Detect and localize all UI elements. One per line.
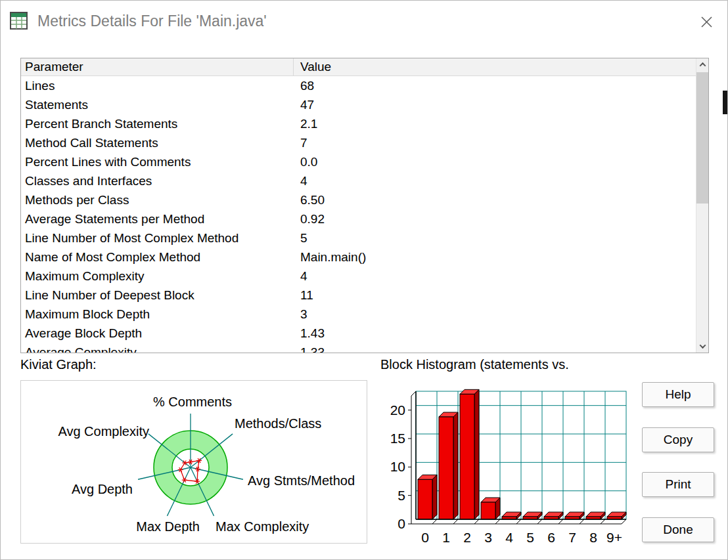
metrics-details-dialog: Metrics Details For File 'Main.java' Par…: [0, 0, 728, 560]
table-row[interactable]: Average Statements per Method0.92: [21, 209, 696, 228]
column-header-parameter[interactable]: Parameter: [21, 58, 294, 75]
svg-text:3: 3: [484, 530, 492, 544]
svg-text:9+: 9+: [606, 530, 622, 544]
row-parameter: Line Number of Most Complex Method: [21, 231, 294, 246]
row-value: 68: [294, 79, 696, 93]
row-value: 4: [294, 269, 696, 284]
svg-text:10: 10: [390, 459, 405, 474]
table-row[interactable]: Name of Most Complex MethodMain.main(): [21, 248, 696, 267]
row-parameter: Average Complexity: [21, 345, 294, 353]
row-value: 4: [294, 174, 696, 188]
table-row[interactable]: Percent Branch Statements2.1: [21, 114, 696, 133]
svg-text:% Comments: % Comments: [153, 395, 232, 409]
row-value: 1.33: [294, 345, 696, 353]
close-button[interactable]: [692, 9, 721, 35]
svg-text:Methods/Class: Methods/Class: [235, 416, 321, 431]
svg-text:8: 8: [589, 530, 597, 544]
table-row[interactable]: Statements47: [21, 95, 696, 114]
row-value: 6.50: [294, 193, 696, 207]
row-parameter: Maximum Complexity: [21, 269, 294, 284]
app-icon: [10, 12, 28, 30]
table-row[interactable]: Percent Lines with Comments0.0: [21, 152, 696, 171]
svg-text:1: 1: [442, 530, 450, 544]
close-icon: [701, 16, 712, 28]
row-value: 7: [294, 136, 696, 150]
scrollbar-thumb[interactable]: [696, 72, 709, 204]
copy-button[interactable]: Copy: [642, 427, 714, 452]
table-body: Lines68Statements47Percent Branch Statem…: [21, 76, 696, 353]
table-row[interactable]: Maximum Complexity4: [21, 267, 696, 286]
column-header-value[interactable]: Value: [294, 58, 708, 75]
row-parameter: Percent Branch Statements: [21, 117, 294, 131]
row-value: 2.1: [294, 117, 696, 131]
svg-text:Max Depth: Max Depth: [136, 519, 200, 534]
block-histogram-label: Block Histogram (statements vs.: [380, 357, 569, 372]
screen-edge-artifact: [723, 91, 728, 114]
svg-text:Max Complexity: Max Complexity: [216, 519, 309, 534]
table-row[interactable]: Lines68: [21, 76, 696, 95]
row-parameter: Classes and Interfaces: [21, 174, 294, 188]
vertical-scrollbar[interactable]: [696, 58, 708, 353]
metrics-table: Parameter Value Lines68Statements47Perce…: [20, 58, 709, 353]
kiviat-graph-panel: % CommentsMethods/ClassAvg Stmts/MethodM…: [20, 380, 367, 544]
row-value: 3: [294, 307, 696, 322]
row-value: 47: [294, 98, 696, 112]
row-parameter: Lines: [21, 79, 294, 93]
title-bar: Metrics Details For File 'Main.java': [1, 1, 727, 41]
histogram-chart: 051015200123456789+: [380, 380, 629, 544]
svg-text:7: 7: [568, 530, 576, 544]
row-parameter: Maximum Block Depth: [21, 307, 294, 322]
row-parameter: Name of Most Complex Method: [21, 250, 294, 265]
row-value: Main.main(): [294, 250, 696, 265]
svg-text:2: 2: [463, 530, 471, 544]
table-row[interactable]: Methods per Class6.50: [21, 190, 696, 209]
table-row[interactable]: Average Complexity1.33: [21, 343, 696, 353]
table-row[interactable]: Maximum Block Depth3: [21, 305, 696, 324]
done-button[interactable]: Done: [642, 517, 714, 542]
table-row[interactable]: Classes and Interfaces4: [21, 171, 696, 190]
row-parameter: Average Block Depth: [21, 326, 294, 341]
row-parameter: Methods per Class: [21, 193, 294, 207]
svg-text:0: 0: [421, 530, 429, 544]
table-row[interactable]: Line Number of Most Complex Method5: [21, 228, 696, 248]
svg-text:Avg Complexity: Avg Complexity: [58, 424, 149, 439]
svg-text:5: 5: [398, 488, 405, 503]
table-row[interactable]: Method Call Statements7: [21, 133, 696, 152]
kiviat-graph-label: Kiviat Graph:: [20, 357, 97, 372]
table-header: Parameter Value: [21, 58, 708, 76]
row-parameter: Average Statements per Method: [21, 212, 294, 226]
row-value: 11: [294, 288, 696, 303]
svg-text:Avg Depth: Avg Depth: [72, 482, 133, 496]
table-row[interactable]: Line Number of Deepest Block11: [21, 286, 696, 305]
table-row[interactable]: Average Block Depth1.43: [21, 324, 696, 343]
svg-text:6: 6: [547, 530, 555, 544]
row-parameter: Percent Lines with Comments: [21, 155, 294, 169]
row-value: 0.0: [294, 155, 696, 169]
row-value: 5: [294, 231, 696, 246]
window-title: Metrics Details For File 'Main.java': [37, 1, 267, 41]
svg-text:4: 4: [505, 530, 513, 544]
row-value: 1.43: [294, 326, 696, 341]
row-parameter: Method Call Statements: [21, 136, 294, 150]
svg-text:Avg Stmts/Method: Avg Stmts/Method: [248, 473, 355, 488]
scroll-down-icon[interactable]: [696, 340, 709, 353]
row-parameter: Line Number of Deepest Block: [21, 288, 294, 303]
kiviat-chart: % CommentsMethods/ClassAvg Stmts/MethodM…: [21, 381, 367, 543]
help-button[interactable]: Help: [642, 382, 714, 407]
scroll-up-icon[interactable]: [696, 58, 709, 71]
block-histogram-panel: 051015200123456789+: [380, 380, 629, 544]
print-button[interactable]: Print: [642, 472, 714, 497]
row-parameter: Statements: [21, 98, 294, 112]
row-value: 0.92: [294, 212, 696, 226]
svg-text:5: 5: [526, 530, 534, 544]
svg-text:0: 0: [398, 516, 405, 531]
svg-text:20: 20: [390, 402, 405, 418]
svg-text:15: 15: [390, 431, 405, 446]
